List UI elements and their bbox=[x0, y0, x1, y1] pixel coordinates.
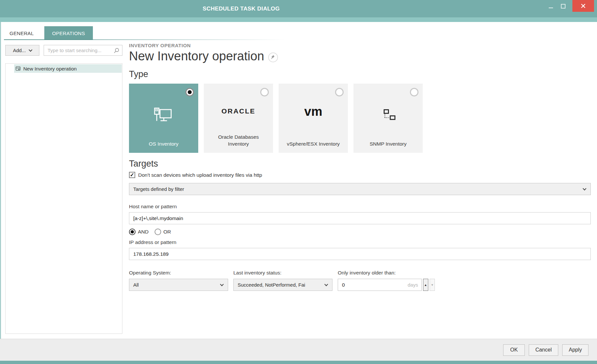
http-upload-checkbox-row: ✓ Don't scan devices which upload invent… bbox=[129, 172, 591, 178]
pencil-icon bbox=[270, 55, 275, 60]
filter-options-row: Operating System: All Last inventory sta… bbox=[129, 270, 591, 291]
or-radio[interactable] bbox=[155, 229, 161, 235]
radio-dot bbox=[131, 230, 134, 233]
ip-pattern-input[interactable] bbox=[129, 248, 591, 260]
ok-button[interactable]: OK bbox=[503, 344, 525, 356]
targets-heading: Targets bbox=[129, 159, 591, 169]
page-title: New Inventory operation bbox=[129, 49, 264, 63]
radio-os-inventory[interactable] bbox=[185, 88, 194, 96]
apply-button[interactable]: Apply bbox=[562, 344, 588, 356]
scheduled-task-dialog: SCHEDULED TASK DIALOG GENERAL OPERATIONS… bbox=[0, 0, 597, 364]
operating-system-label: Operating System: bbox=[129, 270, 228, 276]
ip-pattern-label: IP address or pattern bbox=[129, 239, 591, 245]
check-icon: ✓ bbox=[130, 172, 134, 178]
operating-system-value: All bbox=[133, 282, 221, 288]
vmware-logo: vm bbox=[304, 105, 322, 119]
targets-filter-value: Targets defined by filter bbox=[133, 186, 583, 192]
title-row: New Inventory operation bbox=[129, 49, 591, 63]
and-radio[interactable] bbox=[129, 229, 136, 235]
card-label: OS Inventory bbox=[129, 141, 198, 148]
card-label: SNMP Inventory bbox=[353, 141, 423, 148]
operating-system-field: Operating System: All bbox=[129, 270, 228, 291]
inventory-status-value: Succeeded, NotPerformed, Fai bbox=[238, 282, 325, 288]
titlebar: SCHEDULED TASK DIALOG bbox=[0, 0, 597, 17]
close-button[interactable] bbox=[572, 0, 594, 12]
http-upload-checkbox-label: Don't scan devices which upload inventor… bbox=[138, 172, 262, 178]
inventory-older-label: Only inventory older than: bbox=[338, 270, 435, 276]
list-item-label: New Inventory operation bbox=[23, 66, 77, 71]
card-snmp-inventory[interactable]: SNMP Inventory bbox=[353, 84, 423, 153]
arrow-down-icon: ▼ bbox=[431, 283, 434, 287]
os-inventory-icon bbox=[154, 107, 174, 122]
left-accent-edge bbox=[0, 22, 1, 361]
bottom-accent-bar bbox=[0, 361, 597, 364]
sidebar: Add... New Inventory operation bbox=[5, 45, 122, 334]
inventory-older-field: Only inventory older than: days ▲ ▼ bbox=[338, 270, 435, 291]
add-button-label: Add... bbox=[13, 48, 26, 53]
cancel-button[interactable]: Cancel bbox=[529, 344, 558, 356]
snmp-icon bbox=[381, 109, 395, 120]
and-radio-label: AND bbox=[138, 229, 149, 235]
search-box[interactable] bbox=[44, 45, 122, 56]
spin-down-button[interactable]: ▼ bbox=[430, 279, 435, 291]
maximize-button[interactable] bbox=[557, 0, 569, 12]
chevron-down-icon bbox=[29, 48, 32, 51]
card-vsphere-esx[interactable]: vm vSphere/ESX Inventory bbox=[279, 84, 348, 153]
operating-system-select[interactable]: All bbox=[129, 279, 228, 291]
tab-underline bbox=[4, 39, 286, 40]
logic-radio-group: AND OR bbox=[129, 229, 591, 235]
dialog-footer: OK Cancel Apply bbox=[0, 339, 597, 361]
chevron-down-icon bbox=[220, 282, 224, 286]
days-input-box[interactable]: days bbox=[338, 279, 422, 291]
tab-operations[interactable]: OPERATIONS bbox=[44, 26, 93, 40]
type-cards: OS Inventory ORACLE Oracle Databases Inv… bbox=[129, 84, 591, 153]
close-icon bbox=[581, 3, 586, 9]
inventory-status-label: Last inventory status: bbox=[233, 270, 332, 276]
inventory-status-select[interactable]: Succeeded, NotPerformed, Fai bbox=[233, 279, 332, 291]
tab-bar: GENERAL OPERATIONS bbox=[0, 26, 93, 40]
window-title: SCHEDULED TASK DIALOG bbox=[0, 0, 482, 17]
chevron-down-icon bbox=[324, 282, 328, 286]
radio-option-and[interactable]: AND bbox=[129, 229, 149, 235]
search-icon bbox=[114, 48, 119, 53]
radio-dot bbox=[188, 90, 192, 94]
minimize-icon bbox=[549, 8, 553, 8]
arrow-up-icon: ▲ bbox=[424, 283, 427, 287]
card-os-inventory[interactable]: OS Inventory bbox=[129, 84, 198, 153]
radio-vsphere-esx[interactable] bbox=[335, 88, 344, 96]
type-heading: Type bbox=[129, 69, 591, 79]
sidebar-toolbar: Add... bbox=[5, 45, 122, 56]
targets-filter-select[interactable]: Targets defined by filter bbox=[129, 183, 591, 195]
operations-list-panel: New Inventory operation bbox=[5, 63, 122, 334]
tab-general[interactable]: GENERAL bbox=[8, 26, 35, 40]
chevron-down-icon bbox=[583, 187, 586, 190]
add-button[interactable]: Add... bbox=[5, 45, 39, 56]
titlebar-accent-strip bbox=[0, 17, 597, 22]
card-label: Oracle Databases Inventory bbox=[204, 134, 273, 148]
spin-up-button[interactable]: ▲ bbox=[423, 279, 428, 291]
or-radio-label: OR bbox=[163, 229, 171, 235]
edit-title-button[interactable] bbox=[268, 52, 278, 62]
section-kicker: INVENTORY OPERATION bbox=[129, 43, 591, 48]
radio-snmp-inventory[interactable] bbox=[410, 88, 418, 96]
main-content: INVENTORY OPERATION New Inventory operat… bbox=[129, 43, 591, 291]
inventory-status-field: Last inventory status: Succeeded, NotPer… bbox=[233, 270, 332, 291]
search-input[interactable] bbox=[48, 48, 114, 53]
days-input[interactable] bbox=[342, 282, 408, 288]
operation-icon bbox=[15, 66, 21, 71]
radio-oracle-databases[interactable] bbox=[260, 88, 269, 96]
oracle-logo: ORACLE bbox=[222, 107, 256, 115]
minimize-button[interactable] bbox=[545, 0, 557, 12]
host-pattern-input[interactable] bbox=[129, 212, 591, 224]
http-upload-checkbox[interactable]: ✓ bbox=[129, 172, 135, 178]
maximize-icon bbox=[561, 4, 565, 9]
list-item-new-inventory-operation[interactable]: New Inventory operation bbox=[14, 64, 122, 73]
host-pattern-label: Host name or pattern bbox=[129, 204, 591, 210]
radio-option-or[interactable]: OR bbox=[155, 229, 171, 235]
days-unit-label: days bbox=[408, 282, 418, 288]
card-oracle-databases[interactable]: ORACLE Oracle Databases Inventory bbox=[204, 84, 273, 153]
card-label: vSphere/ESX Inventory bbox=[279, 141, 348, 148]
inventory-older-group: days ▲ ▼ bbox=[338, 279, 435, 291]
